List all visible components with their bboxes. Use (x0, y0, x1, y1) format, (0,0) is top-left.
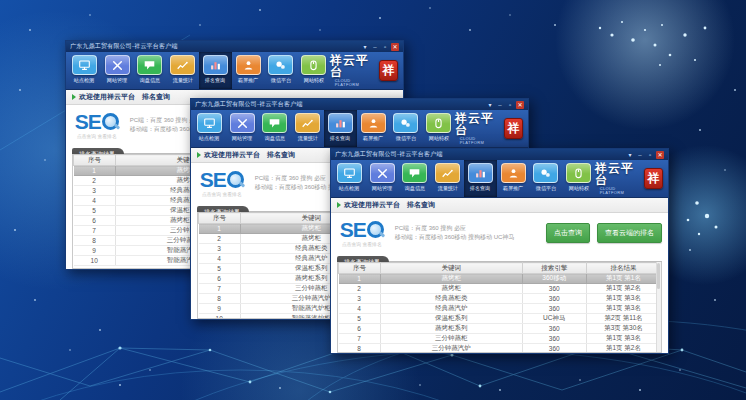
toolbar: 站点检测网站管理询盘信息流量统计排名查询霸屏推广微信平台网站特权 祥云平台 CL… (331, 160, 668, 198)
maximize-button[interactable]: ▫ (381, 43, 389, 51)
magnifier-icon (102, 113, 119, 130)
brand-subtitle: CLOUD PLATFORM (600, 187, 637, 195)
query-button[interactable]: 点击查询 (546, 223, 590, 243)
window-controls: ▾ – ▫ ✕ (361, 43, 399, 51)
toolbar-item-6[interactable]: 微信平台 (390, 110, 423, 147)
cell-keyword: 经典蒸柜类 (380, 294, 522, 304)
toolbar-item-1[interactable]: 网站管理 (366, 160, 399, 197)
close-button[interactable]: ✕ (391, 43, 399, 51)
table-row[interactable]: 1蒸烤柜360移动第1页 第1名 (339, 274, 661, 284)
toolbar-item-2[interactable]: 询盘信息 (134, 52, 167, 89)
message-icon (137, 55, 162, 75)
toolbar-item-5[interactable]: 霸屏推广 (497, 160, 530, 197)
toolbar-item-1[interactable]: 网站管理 (101, 52, 134, 89)
breadcrumb-welcome: 欢迎使用祥云平台 (344, 200, 400, 210)
titlebar[interactable]: 广东九鼎工贸有限公司-祥云平台客户端 ▾ – ▫ ✕ (66, 41, 403, 52)
seo-tagline: 点击查询 查看排名 (77, 133, 117, 138)
cell-keyword: 三分钟蒸汽炉 (380, 344, 522, 354)
maximize-button[interactable]: ▫ (646, 151, 654, 159)
toolbar-item-7[interactable]: 网站特权 (562, 160, 595, 197)
titlebar[interactable]: 广东九鼎工贸有限公司-祥云平台客户端 ▾ – ▫ ✕ (331, 149, 668, 160)
cell-no: 8 (74, 236, 116, 246)
table-row[interactable]: 4经典蒸汽炉360第1页 第3名 (339, 304, 661, 314)
cell-no: 6 (339, 324, 381, 334)
toolbar-item-0[interactable]: 站点检测 (333, 160, 366, 197)
brand-badge: 祥 (379, 60, 398, 81)
breadcrumb-welcome: 欢迎使用祥云平台 (204, 150, 260, 160)
skin-button[interactable]: ▾ (626, 151, 634, 159)
minimize-button[interactable]: – (371, 43, 379, 51)
brand-name: 祥云平台 (595, 162, 641, 186)
table-row[interactable]: 5保温柜系列UC神马第2页 第11名 (339, 314, 661, 324)
table-row[interactable]: 7三分钟蒸柜360第1页 第3名 (339, 334, 661, 344)
table-row[interactable]: 6蒸烤柜系列360第3页 第30名 (339, 324, 661, 334)
breadcrumb-page: 排名查询 (142, 92, 170, 102)
close-button[interactable]: ✕ (656, 151, 664, 159)
cell-engine: 360 (522, 294, 586, 304)
toolbar-item-5[interactable]: 霸屏推广 (232, 52, 265, 89)
brand: 祥云平台 CLOUD PLATFORM 祥 (595, 160, 666, 197)
toolbar: 站点检测网站管理询盘信息流量统计排名查询霸屏推广微信平台网站特权 祥云平台 CL… (66, 52, 403, 90)
toolbar-item-7[interactable]: 网站特权 (422, 110, 455, 147)
tools-icon (230, 113, 255, 133)
cell-no: 8 (339, 344, 381, 354)
table-row[interactable]: 3经典蒸柜类360第1页 第3名 (339, 294, 661, 304)
toolbar-item-0[interactable]: 站点检测 (193, 110, 226, 147)
breadcrumb-welcome: 欢迎使用祥云平台 (79, 92, 135, 102)
cell-rank: 第1页 第3名 (586, 294, 660, 304)
toolbar-item-2[interactable]: 询盘信息 (259, 110, 292, 147)
flag-icon (197, 152, 201, 158)
toolbar-item-4[interactable]: 排名查询 (464, 160, 497, 197)
toolbar-item-1[interactable]: 网站管理 (226, 110, 259, 147)
seo-logo: SE 点击查询 查看排名 (197, 169, 247, 197)
cell-keyword: 保温柜系列 (380, 314, 522, 324)
minimize-button[interactable]: – (636, 151, 644, 159)
seo-tagline: 点击查询 查看排名 (342, 241, 382, 246)
close-button[interactable]: ✕ (516, 101, 524, 109)
toolbar-item-label: 排名查询 (205, 77, 225, 85)
flag-icon (337, 202, 341, 208)
cell-keyword: 蒸烤柜系列 (380, 324, 522, 334)
toolbar-item-label: 霸屏推广 (238, 77, 258, 85)
content-area: SE 点击查询 查看排名 PC端：百度 360 搜狗 必应 移动端：百度移动 3… (331, 213, 668, 353)
message-icon (402, 163, 427, 183)
seo-tagline: 点击查询 查看排名 (202, 191, 242, 196)
toolbar-item-label: 网站管理 (107, 77, 127, 85)
toolbar-item-label: 站点检测 (199, 135, 219, 143)
person-icon (501, 163, 526, 183)
toolbar-item-6[interactable]: 微信平台 (530, 160, 563, 197)
seo-logo-text: SE (340, 219, 366, 240)
toolbar-item-3[interactable]: 流量统计 (291, 110, 324, 147)
cell-no: 7 (199, 284, 241, 294)
tools-icon (370, 163, 395, 183)
table-row[interactable]: 8三分钟蒸汽炉360第1页 第2名 (339, 344, 661, 354)
chart-bar-icon (468, 163, 493, 183)
toolbar-item-3[interactable]: 流量统计 (431, 160, 464, 197)
tab-row: 排名查询结果 (337, 250, 662, 262)
wechat-icon (533, 163, 558, 183)
cloud-rank-button[interactable]: 查看云端的排名 (597, 223, 662, 243)
cell-no: 5 (74, 206, 116, 216)
toolbar-item-4[interactable]: 排名查询 (324, 110, 357, 147)
window-controls: ▾ – ▫ ✕ (486, 101, 524, 109)
cell-no: 10 (199, 314, 241, 320)
table-row[interactable]: 2蒸烤柜360第1页 第2名 (339, 284, 661, 294)
toolbar-item-4[interactable]: 排名查询 (199, 52, 232, 89)
cell-no: 4 (199, 254, 241, 264)
brand-name: 祥云平台 (455, 112, 501, 136)
cell-no: 2 (339, 284, 381, 294)
skin-button[interactable]: ▾ (486, 101, 494, 109)
toolbar-item-7[interactable]: 网站特权 (297, 52, 330, 89)
toolbar-item-6[interactable]: 微信平台 (265, 52, 298, 89)
table-scrollbar[interactable] (656, 262, 661, 352)
maximize-button[interactable]: ▫ (506, 101, 514, 109)
toolbar-item-0[interactable]: 站点检测 (68, 52, 101, 89)
cell-rank: 第1页 第2名 (586, 284, 660, 294)
minimize-button[interactable]: – (496, 101, 504, 109)
toolbar-item-2[interactable]: 询盘信息 (399, 160, 432, 197)
titlebar[interactable]: 广东九鼎工贸有限公司-祥云平台客户端 ▾ – ▫ ✕ (191, 99, 528, 110)
toolbar-item-5[interactable]: 霸屏推广 (357, 110, 390, 147)
toolbar: 站点检测网站管理询盘信息流量统计排名查询霸屏推广微信平台网站特权 祥云平台 CL… (191, 110, 528, 148)
toolbar-item-3[interactable]: 流量统计 (166, 52, 199, 89)
skin-button[interactable]: ▾ (361, 43, 369, 51)
